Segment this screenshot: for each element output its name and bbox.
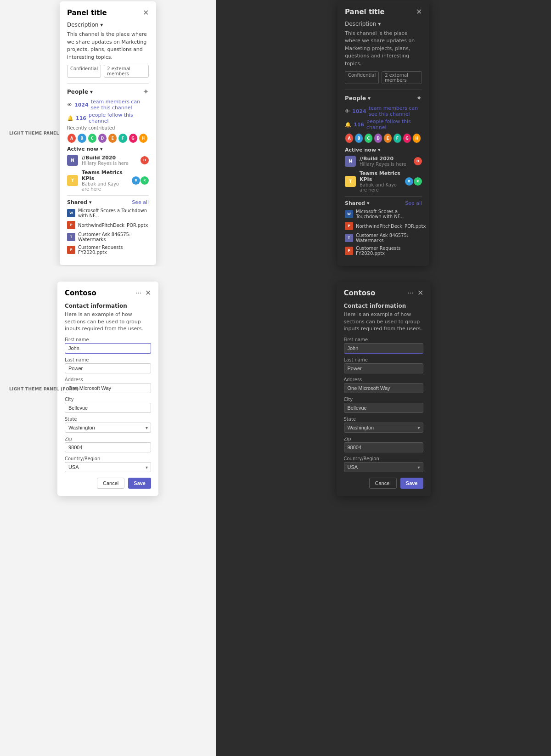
dark-avatar-2: B <box>354 133 363 143</box>
last-name-input-light[interactable] <box>65 363 151 373</box>
active-now-header-light[interactable]: Active now ▾ <box>67 146 149 152</box>
chevron-down-icon-dark: ▾ <box>378 21 381 27</box>
dark-mini-avatar-2a: B <box>405 177 413 186</box>
avatar-1: A <box>67 133 76 143</box>
cancel-button-dark[interactable]: Cancel <box>369 478 397 489</box>
stat2-text-dark[interactable]: people follow this channel <box>366 118 422 130</box>
description-text-dark: This channel is the place where we share… <box>345 30 422 68</box>
shared-toggle-light[interactable]: Shared ▾ <box>67 199 91 205</box>
dark-file-icon-3: T <box>345 234 353 242</box>
active-now-header-dark[interactable]: Active now ▾ <box>345 147 422 153</box>
chevron-down-icon-active: ▾ <box>100 146 103 152</box>
file-item-3-light[interactable]: T Customer Ask 846575: Watermarks <box>67 232 149 242</box>
country-select-wrapper-light: USA Canada UK ▾ <box>65 462 151 472</box>
file-item-1-light[interactable]: W Microsoft Scores a Touchdown with NF..… <box>67 208 149 218</box>
add-person-button-dark[interactable]: ✦ <box>416 94 422 102</box>
description-toggle-dark[interactable]: Description ▾ <box>345 21 422 27</box>
description-toggle-light[interactable]: Description ▾ <box>67 22 149 28</box>
country-select-dark[interactable]: USA Canada UK <box>344 462 423 472</box>
close-button-dark[interactable]: ✕ <box>416 8 422 16</box>
file-item-4-light[interactable]: P Customer Requests FY2020.pptx <box>67 245 149 255</box>
country-field-light: Country/Region USA Canada UK ▾ <box>65 456 151 472</box>
shared-label-text-dark: Shared <box>345 200 365 206</box>
close-button-light[interactable]: ✕ <box>143 9 149 17</box>
dark-avatar-8: H <box>412 133 421 143</box>
shared-toggle-dark[interactable]: Shared ▾ <box>345 200 369 206</box>
dark-avatar-5: E <box>383 133 392 143</box>
dark-activity-info-1: //Build 2020 Hillary Reyes is here <box>360 156 410 167</box>
see-all-light[interactable]: See all <box>132 199 149 205</box>
people-toggle-dark[interactable]: People ▾ <box>345 95 371 102</box>
dark-activity-title-2: Teams Metrics KPIs <box>360 170 401 182</box>
stat2-count-light: 116 <box>76 115 86 121</box>
dark-avatar-1: A <box>345 133 354 143</box>
country-select-wrapper-dark: USA Canada UK ▾ <box>344 462 423 472</box>
file-icon-1: W <box>67 209 75 217</box>
avatar-row-dark: A B C D E F G H <box>345 133 422 143</box>
address-label-dark: Address <box>344 377 423 382</box>
dark-avatar-3: C <box>364 133 373 143</box>
form-close-button-dark[interactable]: ✕ <box>417 289 423 297</box>
stat1-text-light[interactable]: team members can see this channel <box>91 99 149 111</box>
country-select-light[interactable]: USA Canada UK <box>65 462 151 472</box>
dark-file-item-1[interactable]: W Microsoft Scores a Touchdown with NF..… <box>345 209 422 219</box>
dark-file-icon-4: P <box>345 247 353 255</box>
dark-file-item-4[interactable]: P Customer Requests FY2020.pptx <box>345 246 422 256</box>
dark-activity-avatars-2: B K <box>405 177 422 186</box>
address-input-dark[interactable] <box>344 383 423 393</box>
last-name-input-dark[interactable] <box>344 363 423 373</box>
country-label-dark: Country/Region <box>344 456 423 461</box>
last-name-label-dark: Last name <box>344 357 423 362</box>
file-item-2-light[interactable]: P NorthwindPitchDeck_POR.pptx <box>67 221 149 229</box>
city-field-light: City <box>65 397 151 413</box>
panel-title-dark: Panel title <box>345 8 385 16</box>
state-field-light: State Washington California New York ▾ <box>65 417 151 433</box>
avatar-row-light: A B C D E F G H <box>67 133 149 143</box>
dark-avatar-6: F <box>393 133 402 143</box>
avatar-6: F <box>118 133 127 143</box>
zip-field-dark: Zip <box>344 436 423 452</box>
dark-file-name-4: Customer Requests FY2020.pptx <box>356 246 422 256</box>
see-all-dark[interactable]: See all <box>405 200 422 206</box>
dark-file-item-3[interactable]: T Customer Ask 846575: Watermarks <box>345 233 422 243</box>
zip-input-light[interactable] <box>65 442 151 452</box>
state-select-light[interactable]: Washington California New York <box>65 423 151 433</box>
activity-info-2: Teams Metrics KPIs Babak and Kayo are he… <box>82 169 128 192</box>
city-label-dark: City <box>344 397 423 402</box>
activity-avatars-2: B K <box>131 176 149 185</box>
form-title-dark: Contoso <box>344 289 376 297</box>
stat1-text-dark[interactable]: team members can see this channel <box>369 105 422 117</box>
chevron-down-icon-active-dark: ▾ <box>378 147 381 153</box>
last-name-field-dark: Last name <box>344 357 423 373</box>
more-options-button-light[interactable]: ··· <box>135 289 141 297</box>
city-input-dark[interactable] <box>344 403 423 413</box>
tags-row-dark: Confidential 2 external members <box>345 71 422 84</box>
dark-file-name-3: Customer Ask 846575: Watermarks <box>356 233 422 243</box>
add-person-button-light[interactable]: ✦ <box>143 87 149 96</box>
form-header-actions-dark: ··· ✕ <box>407 289 423 297</box>
activity-item-2-light: T Teams Metrics KPIs Babak and Kayo are … <box>67 169 149 192</box>
chevron-down-icon-shared-dark: ▾ <box>367 200 370 206</box>
file-name-2: NorthwindPitchDeck_POR.pptx <box>78 223 148 228</box>
dark-mini-avatar-2b: K <box>414 177 422 186</box>
mini-avatar-2a: B <box>132 176 140 185</box>
active-now-label-dark: Active now <box>345 147 376 153</box>
city-input-light[interactable] <box>65 403 151 413</box>
first-name-input-dark[interactable] <box>344 343 423 354</box>
save-button-light[interactable]: Save <box>128 478 151 489</box>
address-label-light: Address <box>65 377 151 382</box>
more-options-button-dark[interactable]: ··· <box>407 289 413 297</box>
last-name-label-light: Last name <box>65 357 151 362</box>
cancel-button-light[interactable]: Cancel <box>97 478 124 489</box>
first-name-input-light[interactable] <box>65 343 151 354</box>
zip-input-dark[interactable] <box>344 442 423 452</box>
tag-external-dark: 2 external members <box>382 71 422 84</box>
dark-file-item-2[interactable]: P NorthwindPitchDeck_POR.pptx <box>345 222 422 230</box>
state-select-dark[interactable]: Washington California New York <box>344 423 423 433</box>
form-close-button-light[interactable]: ✕ <box>145 289 151 297</box>
save-button-dark[interactable]: Save <box>400 478 423 489</box>
state-select-wrapper-dark: Washington California New York ▾ <box>344 423 423 433</box>
dark-file-icon-2: P <box>345 222 353 230</box>
people-toggle-light[interactable]: People ▾ <box>67 89 93 95</box>
stat2-text-light[interactable]: people follow this channel <box>89 112 149 124</box>
